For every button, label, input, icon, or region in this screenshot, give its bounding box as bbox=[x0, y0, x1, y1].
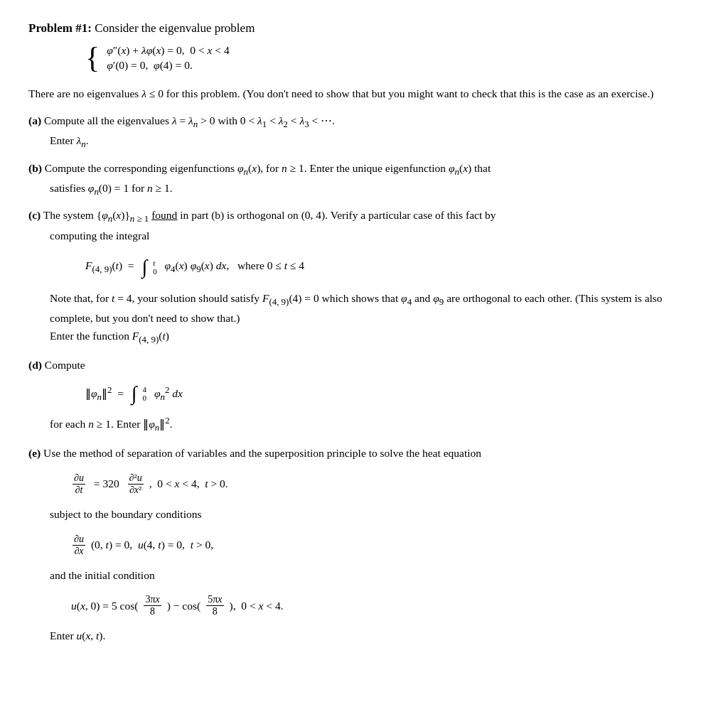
norm-block: ‖φn‖2 = ∫ 4 0 φn2 dx bbox=[85, 384, 700, 404]
integral-block: F(4, 9)(t) = ∫ t 0 φ4(x) φ9(x) dx, where… bbox=[85, 257, 700, 277]
ic-frac2-den: 8 bbox=[211, 606, 219, 617]
integral-sign-icon: ∫ bbox=[141, 257, 147, 277]
part-c-computing: computing the integral bbox=[50, 229, 149, 242]
frac-num: ∂u bbox=[73, 472, 85, 485]
partial-u-t-frac: ∂u ∂t bbox=[73, 472, 85, 496]
system-block: { φ″(x) + λφ(x) = 0, 0 < x < 4 φ′(0) = 0… bbox=[85, 43, 700, 72]
norm-upper-limit: 4 bbox=[143, 385, 147, 394]
ic-frac1: 3πx 8 bbox=[144, 594, 161, 617]
paragraph1: There are no eigenvalues λ ≤ 0 for this … bbox=[28, 85, 700, 103]
heat-domain: , 0 < x < 4, t > 0. bbox=[149, 477, 228, 490]
title-bold: Problem #1: bbox=[28, 21, 92, 35]
integral-formula: F(4, 9)(t) = ∫ t 0 φ4(x) φ9(x) dx, where… bbox=[85, 257, 700, 277]
norm-formula: ‖φn‖2 = ∫ 4 0 φn2 dx bbox=[85, 384, 700, 404]
system-equations: φ″(x) + λφ(x) = 0, 0 < x < 4 φ′(0) = 0, … bbox=[107, 44, 230, 72]
brace-icon: { bbox=[85, 43, 100, 72]
upper-limit: t bbox=[153, 259, 157, 267]
partial2-u-x2-frac: ∂²u ∂x² bbox=[128, 472, 144, 496]
part-e: (e) Use the method of separation of vari… bbox=[28, 444, 700, 463]
found-text: found bbox=[151, 209, 177, 221]
part-d-note: for each n ≥ 1. Enter ‖φn‖2. bbox=[50, 413, 700, 436]
norm-integrand: φn2 dx bbox=[151, 384, 183, 403]
part-b-satisfies: satisfies φn(0) = 1 for n ≥ 1. bbox=[50, 182, 173, 194]
problem-title: Problem #1: Consider the eigenvalue prob… bbox=[28, 21, 700, 36]
ic-rhs: ), 0 < x < 4. bbox=[230, 600, 284, 612]
bc-frac-den: ∂x bbox=[73, 546, 85, 557]
title-normal: Consider the eigenvalue problem bbox=[95, 21, 255, 35]
frac-num2: ∂²u bbox=[128, 472, 144, 485]
part-e-label: (e) bbox=[28, 447, 41, 459]
part-c: (c) The system {φn(x)}n ≥ 1 found in par… bbox=[28, 206, 700, 244]
bc-intro: subject to the boundary conditions bbox=[50, 506, 700, 524]
ic-frac1-den: 8 bbox=[149, 606, 156, 617]
heat-eq-block: ∂u ∂t = 320 ∂²u ∂x² , 0 < x < 4, t > 0. bbox=[71, 472, 700, 496]
bc-rest: (0, t) = 0, u(4, t) = 0, t > 0, bbox=[91, 539, 213, 551]
part-d: (d) Compute bbox=[28, 356, 700, 374]
part-b-label: (b) bbox=[28, 162, 42, 174]
system-brace: { φ″(x) + λφ(x) = 0, 0 < x < 4 φ′(0) = 0… bbox=[85, 43, 700, 72]
part-a-label: (a) bbox=[28, 114, 41, 126]
ic-intro: and the initial condition bbox=[50, 567, 700, 585]
ic-lhs: u(x, 0) = 5 cos( bbox=[71, 600, 138, 612]
norm-lhs: ‖φn‖2 = bbox=[85, 384, 127, 403]
bc-block: ∂u ∂x (0, t) = 0, u(4, t) = 0, t > 0, bbox=[71, 534, 700, 557]
part-e-enter: Enter u(x, t). bbox=[50, 627, 700, 645]
ic-frac1-num: 3πx bbox=[144, 594, 161, 606]
bc-formula: ∂u ∂x (0, t) = 0, u(4, t) = 0, t > 0, bbox=[71, 534, 700, 557]
part-a-enter: Enter λn. bbox=[50, 134, 89, 146]
problem-container: Problem #1: Consider the eigenvalue prob… bbox=[28, 21, 700, 645]
ic-formula: u(x, 0) = 5 cos( 3πx 8 ) − cos( 5πx 8 ),… bbox=[71, 594, 700, 617]
heat-lhs: ∂u ∂t bbox=[71, 472, 87, 496]
part-c-note: Note that, for t = 4, your solution shou… bbox=[50, 290, 700, 347]
system-eq2: φ′(0) = 0, φ(4) = 0. bbox=[107, 59, 230, 72]
integral-limits: t 0 bbox=[153, 259, 157, 276]
part-c-label: (c) bbox=[28, 209, 41, 221]
bc-frac-num: ∂u bbox=[73, 534, 85, 546]
ic-mid: ) − cos( bbox=[167, 600, 200, 612]
norm-lower-limit: 0 bbox=[143, 394, 147, 402]
frac-den2: ∂x² bbox=[128, 485, 143, 496]
system-eq1: φ″(x) + λφ(x) = 0, 0 < x < 4 bbox=[107, 44, 230, 57]
lower-limit: 0 bbox=[153, 267, 157, 276]
part-a: (a) Compute all the eigenvalues λ = λn >… bbox=[28, 112, 700, 152]
ic-frac2-num: 5πx bbox=[206, 594, 223, 606]
norm-integral-sign-icon: ∫ bbox=[132, 384, 137, 404]
frac-den: ∂t bbox=[74, 485, 85, 496]
f49-lhs: F(4, 9)(t) = bbox=[85, 259, 136, 275]
bc-frac: ∂u ∂x bbox=[73, 534, 85, 557]
ic-frac2: 5πx 8 bbox=[206, 594, 223, 617]
heat-eq-equals: = 320 bbox=[91, 477, 122, 490]
part-b: (b) Compute the corresponding eigenfunct… bbox=[28, 159, 700, 200]
ic-block: u(x, 0) = 5 cos( 3πx 8 ) − cos( 5πx 8 ),… bbox=[71, 594, 700, 617]
heat-eq-formula: ∂u ∂t = 320 ∂²u ∂x² , 0 < x < 4, t > 0. bbox=[71, 472, 700, 496]
norm-limits: 4 0 bbox=[143, 385, 147, 402]
part-d-label: (d) bbox=[28, 359, 42, 371]
integral-integrand: φ4(x) φ9(x) dx, where 0 ≤ t ≤ 4 bbox=[162, 259, 304, 275]
